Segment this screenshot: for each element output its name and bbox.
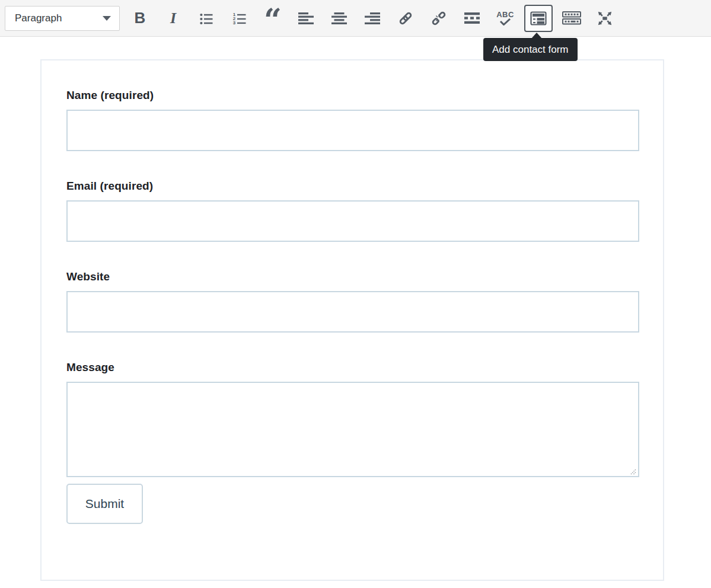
- paragraph-format-value: Paragraph: [15, 12, 103, 24]
- add-contact-form-tooltip: Add contact form: [483, 38, 578, 61]
- submit-button[interactable]: Submit: [66, 484, 143, 524]
- chevron-down-icon: [103, 16, 111, 21]
- spellcheck-abc-text: ABC: [496, 11, 514, 18]
- numbered-list-icon: 1 2 3: [232, 11, 247, 25]
- name-field-group: Name (required): [66, 89, 639, 151]
- align-left-icon: [298, 12, 314, 24]
- unlink-icon: [431, 11, 447, 26]
- website-field-group: Website: [66, 270, 639, 333]
- name-field-label: Name (required): [66, 89, 639, 102]
- textarea-resize-handle[interactable]: [630, 468, 637, 475]
- website-field-label: Website: [66, 270, 639, 283]
- editor-page: Paragraph B I: [0, 0, 711, 588]
- align-right-icon: [365, 12, 380, 24]
- name-input[interactable]: [66, 110, 639, 151]
- remove-link-button[interactable]: [427, 7, 451, 30]
- toolbar-toggle-button[interactable]: [560, 7, 584, 30]
- italic-icon: I: [170, 9, 176, 27]
- tooltip-text: Add contact form: [492, 44, 569, 55]
- bold-icon: B: [135, 9, 146, 27]
- bold-button[interactable]: B: [128, 7, 152, 30]
- submit-button-label: Submit: [85, 497, 124, 511]
- email-field-group: Email (required): [66, 180, 639, 242]
- tooltip-arrow: [531, 33, 542, 39]
- editor-toolbar: Paragraph B I: [0, 0, 711, 37]
- blockquote-button[interactable]: “: [261, 7, 285, 30]
- read-more-icon: [464, 12, 480, 24]
- email-field-label: Email (required): [66, 180, 639, 193]
- link-icon: [398, 11, 413, 26]
- italic-button[interactable]: I: [161, 7, 185, 30]
- fullscreen-button[interactable]: [593, 7, 617, 30]
- bulleted-list-button[interactable]: [195, 7, 218, 30]
- message-textarea[interactable]: [66, 382, 639, 477]
- contact-form-icon: [530, 11, 547, 25]
- align-right-button[interactable]: [361, 7, 384, 30]
- paragraph-format-dropdown[interactable]: Paragraph: [5, 6, 120, 31]
- email-input[interactable]: [66, 200, 639, 242]
- website-input[interactable]: [66, 291, 639, 333]
- spellcheck-check-icon: [499, 18, 511, 25]
- align-center-icon: [331, 12, 347, 24]
- align-center-button[interactable]: [327, 7, 351, 30]
- message-field-group: Message: [66, 361, 639, 477]
- insert-link-button[interactable]: [394, 7, 417, 30]
- toolbar-buttons: B I 1 2 3: [128, 5, 620, 32]
- message-field-label: Message: [66, 361, 639, 374]
- keyboard-icon: [562, 11, 581, 25]
- fullscreen-icon: [595, 9, 614, 28]
- blockquote-icon: “: [264, 17, 282, 30]
- contact-form-preview: Name (required) Email (required) Website…: [40, 59, 664, 581]
- align-left-button[interactable]: [294, 7, 318, 30]
- add-contact-form-button[interactable]: [524, 5, 553, 32]
- numbered-list-button[interactable]: 1 2 3: [228, 7, 251, 30]
- insert-read-more-button[interactable]: [460, 7, 484, 30]
- spellcheck-button[interactable]: ABC: [493, 7, 517, 30]
- svg-text:3: 3: [233, 20, 236, 25]
- bulleted-list-icon: [199, 11, 213, 25]
- editor-content-area: Name (required) Email (required) Website…: [0, 59, 711, 581]
